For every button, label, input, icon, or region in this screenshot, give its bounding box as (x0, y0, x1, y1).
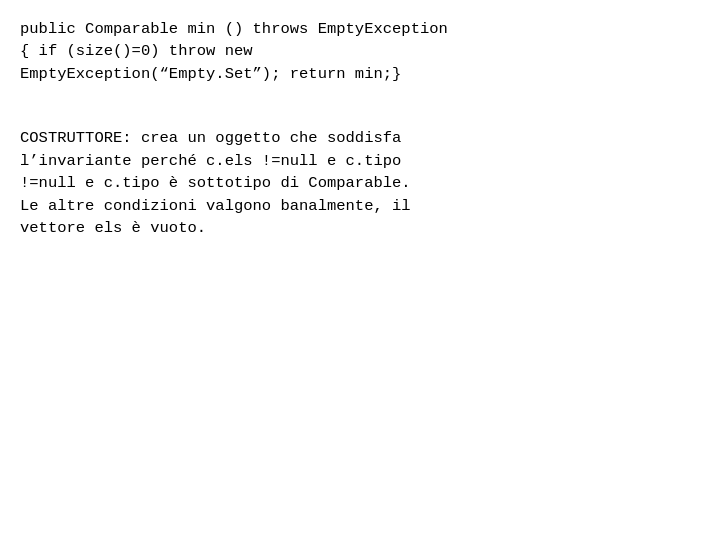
main-content: public Comparable min () throws EmptyExc… (0, 0, 720, 540)
code-block: public Comparable min () throws EmptyExc… (20, 18, 700, 85)
comment-block: COSTRUTTORE: crea un oggetto che soddisf… (20, 127, 700, 239)
